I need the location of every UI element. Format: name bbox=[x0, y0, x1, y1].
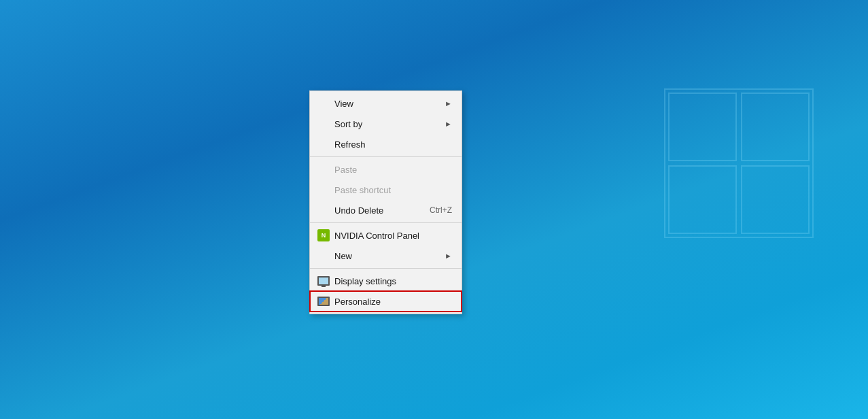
nvidia-label: NVIDIA Control Panel bbox=[334, 231, 452, 241]
separator-1 bbox=[310, 156, 462, 157]
menu-item-sort-by[interactable]: Sort by ► bbox=[310, 114, 462, 134]
separator-2 bbox=[310, 222, 462, 223]
windows-logo bbox=[664, 88, 814, 238]
refresh-label: Refresh bbox=[334, 139, 452, 150]
context-menu: View ► Sort by ► Refresh Paste Paste sho… bbox=[309, 90, 462, 314]
new-icon bbox=[317, 249, 330, 263]
menu-item-display-settings[interactable]: Display settings bbox=[310, 271, 462, 291]
menu-item-refresh[interactable]: Refresh bbox=[310, 134, 462, 154]
sort-by-icon bbox=[317, 117, 330, 131]
sort-by-label: Sort by bbox=[334, 119, 445, 129]
menu-item-new[interactable]: New ► bbox=[310, 246, 462, 266]
paste-shortcut-icon bbox=[317, 183, 330, 197]
personalize-icon bbox=[317, 295, 330, 308]
refresh-icon bbox=[317, 137, 330, 151]
undo-delete-icon bbox=[317, 203, 330, 217]
display-settings-icon bbox=[317, 274, 330, 288]
menu-item-undo-delete[interactable]: Undo Delete Ctrl+Z bbox=[310, 200, 462, 220]
menu-item-paste[interactable]: Paste bbox=[310, 159, 462, 180]
undo-delete-shortcut: Ctrl+Z bbox=[430, 205, 452, 215]
personalize-label: Personalize bbox=[334, 297, 452, 307]
new-arrow: ► bbox=[445, 252, 452, 260]
menu-item-view[interactable]: View ► bbox=[310, 93, 462, 114]
view-label: View bbox=[334, 99, 445, 109]
paste-icon bbox=[317, 163, 330, 176]
sort-by-arrow: ► bbox=[445, 120, 452, 128]
view-arrow: ► bbox=[445, 99, 452, 107]
display-settings-label: Display settings bbox=[334, 276, 452, 286]
nvidia-icon: N bbox=[317, 229, 330, 242]
paste-shortcut-label: Paste shortcut bbox=[334, 185, 452, 195]
undo-delete-label: Undo Delete bbox=[334, 205, 430, 216]
menu-item-paste-shortcut[interactable]: Paste shortcut bbox=[310, 180, 462, 200]
menu-item-nvidia[interactable]: N NVIDIA Control Panel bbox=[310, 225, 462, 246]
menu-item-personalize[interactable]: Personalize bbox=[310, 291, 462, 312]
separator-3 bbox=[310, 268, 462, 269]
view-icon bbox=[317, 97, 330, 110]
new-label: New bbox=[334, 251, 445, 261]
paste-label: Paste bbox=[334, 165, 452, 175]
